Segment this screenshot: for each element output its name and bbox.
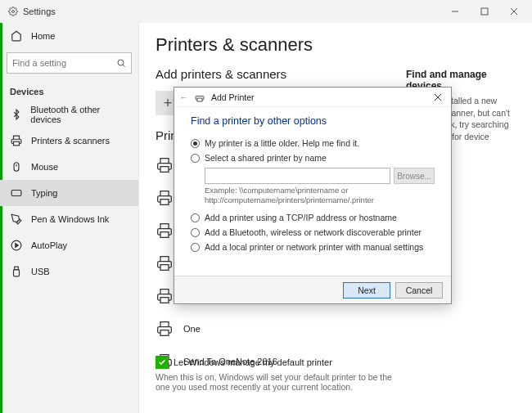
- nav-home-label: Home: [31, 31, 55, 41]
- svg-rect-7: [14, 141, 20, 146]
- nav-usb[interactable]: USB: [0, 258, 138, 285]
- printer-icon: [10, 134, 23, 147]
- nav-typing[interactable]: Typing: [0, 180, 138, 206]
- svg-point-5: [118, 60, 124, 65]
- svg-rect-24: [197, 98, 202, 101]
- dialog-close-button[interactable]: [428, 89, 448, 105]
- printer-item-label: One: [183, 324, 201, 334]
- nav-pen[interactable]: Pen & Windows Ink: [0, 206, 138, 232]
- home-icon: [10, 29, 23, 43]
- back-icon[interactable]: ←: [179, 92, 188, 102]
- settings-sidebar: Home Devices Bluetooth & other devices P…: [0, 23, 139, 413]
- svg-rect-18: [160, 200, 169, 205]
- bluetooth-icon: [10, 108, 22, 121]
- path-example: Example: \\computername\printername or h…: [205, 186, 435, 206]
- dialog-titlebar: ← Add Printer: [174, 88, 451, 107]
- nav-label: Typing: [31, 188, 57, 198]
- default-checkbox[interactable]: [156, 356, 169, 369]
- svg-point-0: [12, 11, 15, 13]
- dialog-body: Find a printer by other options My print…: [174, 107, 451, 265]
- dialog-heading: Find a printer by other options: [191, 115, 435, 127]
- usb-icon: [10, 265, 23, 278]
- nav-label: Pen & Windows Ink: [31, 214, 109, 224]
- shared-printer-path-input[interactable]: [205, 168, 390, 184]
- settings-search[interactable]: [7, 52, 132, 74]
- dialog-title: Add Printer: [211, 92, 255, 102]
- option-older-printer[interactable]: My printer is a little older. Help me fi…: [191, 138, 435, 148]
- radio-icon: [191, 154, 200, 163]
- option-bluetooth[interactable]: Add a Bluetooth, wireless or network dis…: [191, 227, 435, 237]
- printer-icon: [156, 287, 174, 305]
- keyboard-icon: [10, 186, 23, 200]
- search-input[interactable]: [12, 58, 110, 68]
- default-printer-row: Let Windows manage my default printer Wh…: [156, 356, 516, 392]
- printer-icon: [195, 92, 205, 102]
- dialog-footer: Next Cancel: [174, 276, 451, 303]
- nav-label: AutoPlay: [31, 240, 67, 250]
- nav-label: Mouse: [31, 162, 58, 172]
- window-title: Settings: [23, 7, 56, 16]
- maximize-button[interactable]: [470, 0, 499, 23]
- svg-rect-16: [14, 270, 20, 276]
- fax-icon: [156, 156, 174, 174]
- close-button[interactable]: [499, 0, 529, 23]
- svg-rect-10: [11, 191, 21, 196]
- pen-icon: [10, 213, 23, 226]
- radio-icon: [191, 228, 200, 237]
- nav-home[interactable]: Home: [0, 23, 138, 49]
- option-tcpip[interactable]: Add a printer using a TCP/IP address or …: [191, 213, 435, 222]
- radio-icon: [191, 243, 200, 252]
- svg-rect-22: [160, 330, 169, 336]
- svg-rect-2: [481, 8, 488, 15]
- nav-label: USB: [31, 267, 50, 276]
- default-label: Let Windows manage my default printer: [174, 357, 332, 367]
- minimize-button[interactable]: [440, 0, 470, 23]
- option-local[interactable]: Add a local printer or network printer w…: [191, 242, 435, 252]
- svg-line-6: [123, 65, 124, 66]
- svg-rect-21: [160, 298, 169, 303]
- nav-label: Printers & scanners: [31, 136, 110, 146]
- nav-autoplay[interactable]: AutoPlay: [0, 232, 138, 258]
- page-title: Printers & scanners: [139, 23, 532, 62]
- default-sublabel: When this is on, Windows will set your d…: [156, 372, 401, 392]
- nav-label: Bluetooth & other devices: [30, 105, 128, 124]
- search-icon: [116, 58, 126, 68]
- svg-rect-19: [160, 232, 169, 238]
- window-titlebar: Settings: [0, 0, 532, 23]
- mouse-icon: [10, 160, 23, 173]
- nav-mouse[interactable]: Mouse: [0, 154, 138, 180]
- sidebar-section: Devices: [0, 80, 138, 101]
- autoplay-icon: [10, 239, 23, 252]
- add-printer-dialog: ← Add Printer Find a printer by other op…: [174, 87, 452, 304]
- printer-icon: [156, 254, 174, 272]
- gear-icon: [8, 7, 18, 16]
- radio-icon: [191, 139, 200, 148]
- nav-bluetooth[interactable]: Bluetooth & other devices: [0, 101, 138, 128]
- printer-icon: [156, 320, 174, 338]
- nav-printers[interactable]: Printers & scanners: [0, 128, 138, 154]
- cancel-button[interactable]: Cancel: [395, 282, 443, 299]
- svg-rect-17: [160, 167, 169, 173]
- svg-rect-8: [14, 163, 19, 172]
- printer-icon: [156, 189, 174, 207]
- next-button[interactable]: Next: [343, 282, 390, 299]
- browse-button[interactable]: Browse...: [394, 168, 435, 184]
- svg-marker-14: [16, 244, 18, 248]
- svg-rect-20: [160, 265, 169, 271]
- radio-icon: [191, 213, 200, 222]
- option-shared-name[interactable]: Select a shared printer by name: [191, 153, 435, 163]
- printer-item[interactable]: One: [156, 314, 516, 343]
- printer-icon: [156, 222, 174, 240]
